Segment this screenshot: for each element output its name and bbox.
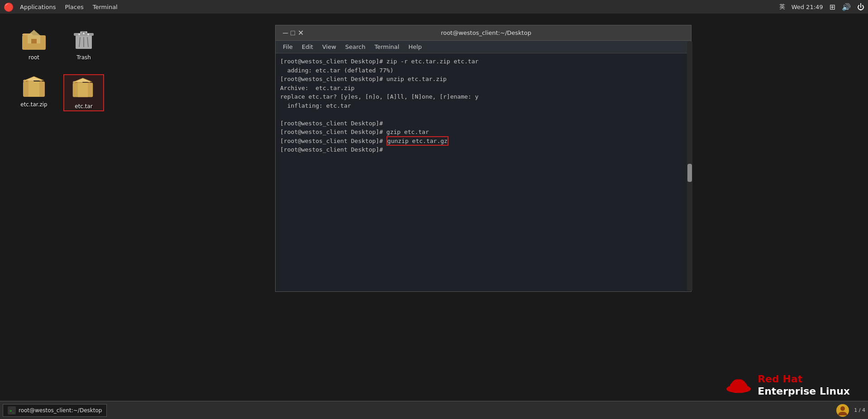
taskbar: >_ root@westos_client:~/Desktop 1 / 4 xyxy=(0,401,868,419)
desktop-icon-etc-tar[interactable]: etc.tar xyxy=(63,74,104,111)
terminal-scrollbar[interactable] xyxy=(687,42,692,290)
window-controls: ─ □ ✕ xyxy=(280,29,304,37)
places-menu[interactable]: Places xyxy=(60,2,88,12)
svg-point-22 xyxy=(840,406,845,411)
desktop-icon-etc-tar-zip[interactable]: etc.tar.zip xyxy=(14,74,54,111)
taskbar-terminal-icon: >_ xyxy=(8,406,16,414)
redhat-branding: Red Hat Enterprise Linux xyxy=(725,373,850,397)
desktop-icon-trash[interactable]: Trash xyxy=(63,27,104,61)
terminal-title: root@westos_client:~/Desktop xyxy=(304,29,668,36)
svg-rect-2 xyxy=(31,39,37,43)
svg-text:>_: >_ xyxy=(10,409,14,413)
svg-point-11 xyxy=(87,33,89,35)
desktop-row-1: root xyxy=(9,23,267,65)
term-terminal-menu[interactable]: Terminal xyxy=(370,42,404,52)
redhat-hat-logo xyxy=(725,374,752,397)
terminal-menu[interactable]: Terminal xyxy=(88,2,122,12)
taskbar-terminal-item[interactable]: >_ root@westos_client:~/Desktop xyxy=(3,404,107,417)
svg-rect-17 xyxy=(78,83,88,97)
svg-rect-15 xyxy=(29,81,39,97)
top-menubar: 🔴 Applications Places Terminal 英 Wed 21:… xyxy=(0,0,868,14)
svg-point-10 xyxy=(83,33,85,34)
network-icon[interactable]: ⊞ xyxy=(830,3,835,11)
desktop: root xyxy=(0,14,276,339)
term-file-menu[interactable]: File xyxy=(278,42,297,52)
redhat-line2: Enterprise Linux xyxy=(758,386,850,397)
term-help-menu[interactable]: Help xyxy=(404,42,426,52)
etc-tar-label: etc.tar xyxy=(75,103,93,110)
term-edit-menu[interactable]: Edit xyxy=(297,42,318,52)
svg-point-12 xyxy=(81,32,82,33)
archive-tar-icon xyxy=(71,76,96,101)
desktop-icon-root[interactable]: root xyxy=(14,27,54,61)
term-search-menu[interactable]: Search xyxy=(341,42,370,52)
taskbar-terminal-label: root@westos_client:~/Desktop xyxy=(19,407,102,414)
minimize-button[interactable]: ─ xyxy=(283,29,288,37)
desktop-row-2: etc.tar.zip etc.tar xyxy=(9,70,267,116)
archive-zip-icon xyxy=(21,74,47,100)
svg-point-13 xyxy=(86,32,87,33)
topbar-right: 英 Wed 21:49 ⊞ 🔊 ⏻ xyxy=(779,3,864,11)
svg-point-9 xyxy=(78,33,80,35)
language-indicator[interactable]: 英 xyxy=(779,3,785,11)
highlighted-command: gunzip etc.tar.gz xyxy=(386,136,448,146)
root-icon-label: root xyxy=(29,54,39,61)
user-avatar-icon xyxy=(836,404,849,417)
power-icon[interactable]: ⏻ xyxy=(857,3,864,11)
terminal-body[interactable]: [root@westos_client Desktop]# zip -r etc… xyxy=(276,53,691,291)
terminal-scrollbar-thumb[interactable] xyxy=(687,164,692,182)
home-folder-icon xyxy=(21,27,47,52)
terminal-menubar: File Edit View Search Terminal Help xyxy=(276,41,691,53)
datetime-display: Wed 21:49 xyxy=(792,4,823,10)
trash-icon xyxy=(71,27,96,52)
terminal-titlebar: ─ □ ✕ root@westos_client:~/Desktop xyxy=(276,25,691,41)
applications-menu[interactable]: Applications xyxy=(15,2,60,12)
trash-icon-label: Trash xyxy=(76,54,91,61)
terminal-line-1: [root@westos_client Desktop]# zip -r etc… xyxy=(280,58,478,153)
etc-tar-zip-label: etc.tar.zip xyxy=(20,101,47,108)
workspace-pager[interactable]: 1 / 4 xyxy=(854,407,865,413)
close-button[interactable]: ✕ xyxy=(298,29,304,37)
volume-icon[interactable]: 🔊 xyxy=(842,3,851,11)
terminal-window: ─ □ ✕ root@westos_client:~/Desktop File … xyxy=(275,25,692,292)
redhat-text-block: Red Hat Enterprise Linux xyxy=(758,373,850,397)
redhat-line1: Red Hat xyxy=(758,373,850,385)
redhat-logo-icon: 🔴 xyxy=(4,2,14,12)
taskbar-right: 1 / 4 xyxy=(836,404,865,417)
maximize-button[interactable]: □ xyxy=(291,29,295,37)
term-view-menu[interactable]: View xyxy=(318,42,341,52)
